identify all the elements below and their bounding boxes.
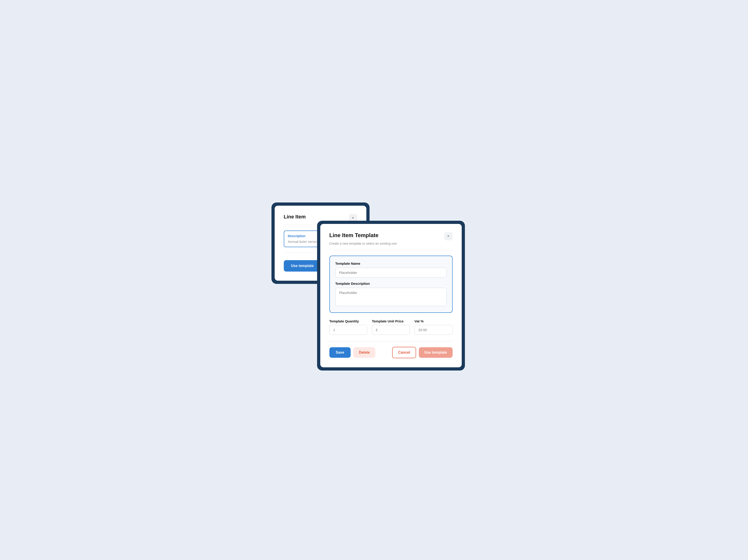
modal-title: Line Item Template [329,232,379,239]
modal-header: Line Item Template × [329,232,452,240]
quantity-label: Template Quantity [329,319,368,323]
template-description-label: Template Description [335,282,447,286]
quantity-field-group: Template Quantity [329,319,368,335]
scene: Line Item × Description Annual boier ser… [272,202,477,358]
cancel-button[interactable]: Cancel [392,347,416,358]
background-use-template-button[interactable]: Use template [284,260,321,272]
template-form-section: Template Name Template Description [329,255,452,313]
bottom-divider [329,341,452,341]
unit-price-field-group: Template Unit Price [372,319,410,335]
modal-close-button[interactable]: × [444,232,452,240]
fields-row: Template Quantity Template Unit Price Va… [329,319,452,335]
unit-price-input[interactable] [372,325,410,335]
vat-label: Vat % [415,319,452,323]
template-name-label: Template Name [335,262,447,265]
foreground-modal-wrapper: Line Item Template × Create a new templa… [317,221,465,370]
foreground-modal-container: Line Item Template × Create a new templa… [317,221,465,370]
quantity-input[interactable] [329,325,368,335]
foreground-modal: Line Item Template × Create a new templa… [320,224,462,367]
save-button[interactable]: Save [329,347,351,358]
vat-field-group: Vat % [415,319,452,335]
background-dialog-title: Line Item [284,214,306,220]
template-description-input[interactable] [335,288,447,306]
modal-divider [329,250,452,250]
actions-row: Save Delete Cancel Use template [329,347,452,358]
delete-button[interactable]: Delete [353,347,375,358]
use-template-button[interactable]: Use template [419,347,452,358]
modal-subtitle: Create a new template or select an exist… [329,242,452,245]
template-name-input[interactable] [335,268,447,277]
unit-price-label: Template Unit Price [372,319,410,323]
vat-input[interactable] [415,325,452,335]
